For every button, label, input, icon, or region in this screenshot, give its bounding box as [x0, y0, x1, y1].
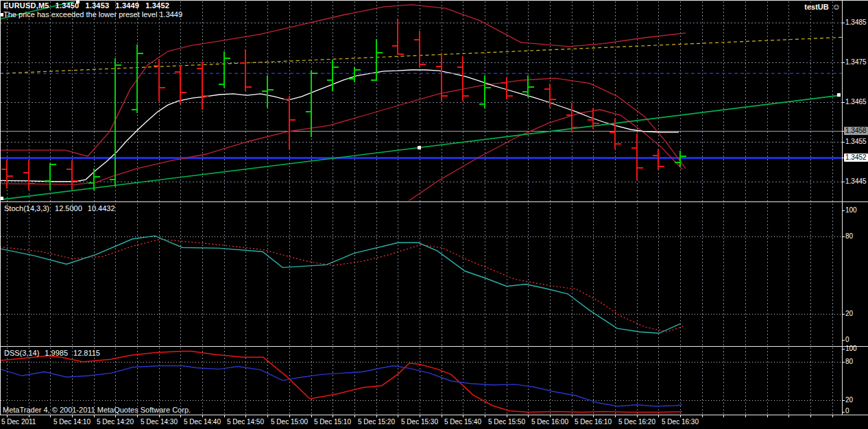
dss-axis-label: 100 [845, 345, 857, 353]
dss-name: DSS(3,14) [4, 349, 39, 357]
price-axis-label: 1.3465 [845, 98, 867, 106]
time-axis-label: 5 Dec 16:10 [569, 418, 617, 426]
stoch-axis-label: 80 [845, 232, 853, 241]
time-axis-label: 5 Dec 2011 [1, 418, 36, 426]
watermark-text: testUB [804, 3, 828, 11]
price-alert-text: The price has exceeded the lower preset … [3, 10, 182, 19]
price-axis-label: 1.3458 [844, 127, 868, 135]
stoch-value-main: 12.5000 [55, 204, 82, 212]
ohlc-high: 1.3453 [85, 1, 109, 10]
time-axis-label: 5 Dec 14:30 [135, 418, 183, 426]
ohlc-open: 1.3450 [56, 1, 80, 10]
dss-indicator-label: DSS(3,14)1.998512.8115 [4, 349, 106, 357]
dss-value-signal: 12.8115 [73, 349, 100, 357]
time-axis-label: 5 Dec 15:20 [352, 418, 400, 426]
price-axis-label: 1.3475 [845, 58, 867, 66]
price-axis-label: 1.3485 [845, 19, 867, 27]
stoch-axis-label: 0 [845, 336, 849, 344]
time-axis-label: 5 Dec 15:50 [483, 418, 531, 426]
ohlc-close: 1.3452 [145, 1, 169, 10]
dss-axis-label: 80 [845, 358, 853, 366]
price-axis-label: 1.3452 [844, 154, 868, 162]
price-axis-label: 1.3445 [845, 177, 867, 186]
time-axis-label: 5 Dec 14:40 [178, 418, 226, 426]
time-axis-label: 5 Dec 14:10 [48, 418, 96, 426]
time-axis-label: 5 Dec 14:50 [221, 418, 269, 426]
time-axis-label: 5 Dec 15:40 [439, 418, 487, 426]
time-axis-label: 5 Dec 16:00 [526, 418, 574, 426]
mt4-chart-window[interactable]: EURUSD,M51.34501.34531.34491.3452 The pr… [0, 0, 868, 429]
time-axis-label: 5 Dec 14:20 [91, 418, 139, 426]
price-axis-label: 1.3455 [845, 138, 867, 146]
smiley-icon: ☺ [832, 2, 841, 12]
copyright-text: MetaTrader 4, © 2001-2011 MetaQuotes Sof… [3, 406, 191, 414]
time-axis-label: 5 Dec 15:10 [309, 418, 357, 426]
stoch-axis-label: 100 [845, 206, 857, 214]
chart-title: EURUSD,M51.34501.34531.34491.3452 [3, 1, 176, 10]
symbol-period: EURUSD,M5 [3, 1, 49, 10]
dss-axis-label: 0 [845, 407, 849, 415]
time-axis-label: 5 Dec 15:30 [396, 418, 444, 426]
account-watermark: testUB☺ [804, 2, 841, 12]
stoch-value-signal: 10.4432 [88, 204, 115, 212]
time-axis-label: 5 Dec 15:00 [265, 418, 313, 426]
time-axis-label: 5 Dec 16:20 [613, 418, 661, 426]
stoch-name: Stoch(14,3,3) [4, 204, 49, 212]
ohlc-low: 1.3449 [115, 1, 139, 10]
dss-value-main: 1.9985 [45, 349, 68, 357]
stoch-axis-label: 20 [845, 310, 853, 318]
stoch-indicator-label: Stoch(14,3,3)12.500010.4432 [4, 204, 121, 212]
time-axis-label: 5 Dec 16:30 [656, 418, 704, 426]
dss-axis-label: 20 [845, 396, 853, 404]
chart-canvas[interactable] [0, 0, 868, 429]
